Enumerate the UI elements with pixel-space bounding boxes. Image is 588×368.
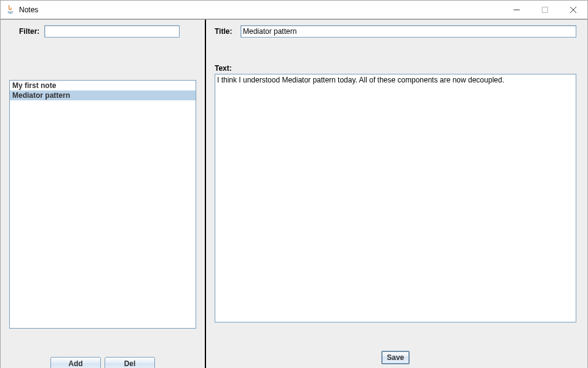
filter-row: Filter: [1, 20, 205, 38]
right-pane: Title: Text: Save [206, 20, 587, 368]
title-label: Title: [215, 27, 240, 36]
note-list[interactable]: My first noteMediator pattern [9, 80, 196, 329]
add-button[interactable]: Add [50, 357, 101, 368]
titlebar: Notes [1, 1, 587, 19]
save-row: Save [215, 322, 576, 368]
del-button[interactable]: Del [105, 357, 155, 368]
close-button[interactable] [559, 1, 587, 18]
java-app-icon [6, 5, 15, 15]
list-button-row: Add Del [1, 329, 205, 368]
app-window: Notes Filter: My first noteMediator patt… [0, 0, 588, 368]
text-label: Text: [215, 64, 576, 73]
title-row: Title: [215, 20, 576, 38]
note-item[interactable]: My first note [10, 81, 196, 90]
title-input[interactable] [240, 25, 576, 38]
left-pane: Filter: My first noteMediator pattern Ad… [1, 20, 206, 368]
window-title: Notes [19, 6, 38, 14]
text-area[interactable] [215, 74, 576, 322]
filter-input[interactable] [44, 25, 180, 38]
note-list-wrap: My first noteMediator pattern [9, 80, 196, 329]
minimize-button[interactable] [503, 1, 531, 18]
save-button[interactable]: Save [381, 351, 410, 364]
note-item[interactable]: Mediator pattern [10, 90, 196, 100]
svg-rect-1 [542, 7, 548, 12]
maximize-button[interactable] [531, 1, 559, 18]
filter-label: Filter: [19, 27, 39, 36]
client-area: Filter: My first noteMediator pattern Ad… [1, 19, 587, 368]
